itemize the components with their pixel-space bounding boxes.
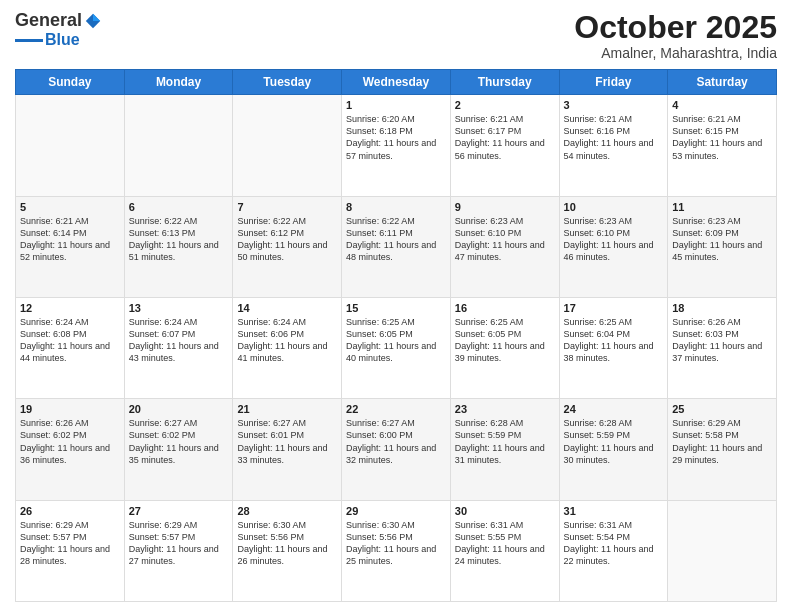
day-cell: 3Sunrise: 6:21 AMSunset: 6:16 PMDaylight…	[559, 95, 668, 196]
day-number: 26	[20, 505, 120, 517]
day-info: Sunrise: 6:27 AMSunset: 6:01 PMDaylight:…	[237, 418, 327, 464]
day-info: Sunrise: 6:25 AMSunset: 6:05 PMDaylight:…	[455, 317, 545, 363]
day-info: Sunrise: 6:23 AMSunset: 6:09 PMDaylight:…	[672, 216, 762, 262]
day-info: Sunrise: 6:21 AMSunset: 6:15 PMDaylight:…	[672, 114, 762, 160]
day-info: Sunrise: 6:24 AMSunset: 6:08 PMDaylight:…	[20, 317, 110, 363]
day-info: Sunrise: 6:31 AMSunset: 5:54 PMDaylight:…	[564, 520, 654, 566]
day-header-monday: Monday	[124, 70, 233, 95]
day-info: Sunrise: 6:30 AMSunset: 5:56 PMDaylight:…	[346, 520, 436, 566]
day-number: 30	[455, 505, 555, 517]
day-cell: 31Sunrise: 6:31 AMSunset: 5:54 PMDayligh…	[559, 500, 668, 601]
day-cell: 30Sunrise: 6:31 AMSunset: 5:55 PMDayligh…	[450, 500, 559, 601]
day-number: 10	[564, 201, 664, 213]
day-number: 2	[455, 99, 555, 111]
day-cell	[233, 95, 342, 196]
day-info: Sunrise: 6:28 AMSunset: 5:59 PMDaylight:…	[455, 418, 545, 464]
day-header-friday: Friday	[559, 70, 668, 95]
week-row-2: 5Sunrise: 6:21 AMSunset: 6:14 PMDaylight…	[16, 196, 777, 297]
day-cell: 8Sunrise: 6:22 AMSunset: 6:11 PMDaylight…	[342, 196, 451, 297]
week-row-5: 26Sunrise: 6:29 AMSunset: 5:57 PMDayligh…	[16, 500, 777, 601]
day-info: Sunrise: 6:29 AMSunset: 5:57 PMDaylight:…	[129, 520, 219, 566]
day-info: Sunrise: 6:22 AMSunset: 6:13 PMDaylight:…	[129, 216, 219, 262]
day-number: 14	[237, 302, 337, 314]
day-info: Sunrise: 6:21 AMSunset: 6:17 PMDaylight:…	[455, 114, 545, 160]
logo-icon	[84, 12, 102, 30]
day-info: Sunrise: 6:29 AMSunset: 5:58 PMDaylight:…	[672, 418, 762, 464]
day-cell: 27Sunrise: 6:29 AMSunset: 5:57 PMDayligh…	[124, 500, 233, 601]
day-number: 31	[564, 505, 664, 517]
day-info: Sunrise: 6:27 AMSunset: 6:00 PMDaylight:…	[346, 418, 436, 464]
day-cell: 2Sunrise: 6:21 AMSunset: 6:17 PMDaylight…	[450, 95, 559, 196]
week-row-4: 19Sunrise: 6:26 AMSunset: 6:02 PMDayligh…	[16, 399, 777, 500]
day-cell: 5Sunrise: 6:21 AMSunset: 6:14 PMDaylight…	[16, 196, 125, 297]
day-number: 17	[564, 302, 664, 314]
day-cell: 6Sunrise: 6:22 AMSunset: 6:13 PMDaylight…	[124, 196, 233, 297]
header: General Blue October 2025 Amalner, Mahar…	[15, 10, 777, 61]
day-info: Sunrise: 6:22 AMSunset: 6:12 PMDaylight:…	[237, 216, 327, 262]
day-cell: 26Sunrise: 6:29 AMSunset: 5:57 PMDayligh…	[16, 500, 125, 601]
day-cell: 25Sunrise: 6:29 AMSunset: 5:58 PMDayligh…	[668, 399, 777, 500]
day-number: 1	[346, 99, 446, 111]
day-number: 5	[20, 201, 120, 213]
calendar-page: General Blue October 2025 Amalner, Mahar…	[0, 0, 792, 612]
day-number: 24	[564, 403, 664, 415]
day-cell: 11Sunrise: 6:23 AMSunset: 6:09 PMDayligh…	[668, 196, 777, 297]
day-cell	[124, 95, 233, 196]
day-cell: 13Sunrise: 6:24 AMSunset: 6:07 PMDayligh…	[124, 297, 233, 398]
day-number: 18	[672, 302, 772, 314]
svg-marker-1	[93, 13, 100, 20]
week-row-1: 1Sunrise: 6:20 AMSunset: 6:18 PMDaylight…	[16, 95, 777, 196]
day-number: 27	[129, 505, 229, 517]
logo-general: General	[15, 10, 82, 31]
header-row: SundayMondayTuesdayWednesdayThursdayFrid…	[16, 70, 777, 95]
day-info: Sunrise: 6:21 AMSunset: 6:16 PMDaylight:…	[564, 114, 654, 160]
title-block: October 2025 Amalner, Maharashtra, India	[574, 10, 777, 61]
day-number: 9	[455, 201, 555, 213]
day-cell: 16Sunrise: 6:25 AMSunset: 6:05 PMDayligh…	[450, 297, 559, 398]
day-number: 23	[455, 403, 555, 415]
day-info: Sunrise: 6:25 AMSunset: 6:04 PMDaylight:…	[564, 317, 654, 363]
day-number: 29	[346, 505, 446, 517]
day-number: 7	[237, 201, 337, 213]
day-cell: 9Sunrise: 6:23 AMSunset: 6:10 PMDaylight…	[450, 196, 559, 297]
month-title: October 2025	[574, 10, 777, 45]
calendar-table: SundayMondayTuesdayWednesdayThursdayFrid…	[15, 69, 777, 602]
day-number: 11	[672, 201, 772, 213]
day-cell: 1Sunrise: 6:20 AMSunset: 6:18 PMDaylight…	[342, 95, 451, 196]
day-cell	[668, 500, 777, 601]
day-info: Sunrise: 6:24 AMSunset: 6:06 PMDaylight:…	[237, 317, 327, 363]
day-number: 21	[237, 403, 337, 415]
day-number: 22	[346, 403, 446, 415]
day-info: Sunrise: 6:28 AMSunset: 5:59 PMDaylight:…	[564, 418, 654, 464]
day-info: Sunrise: 6:27 AMSunset: 6:02 PMDaylight:…	[129, 418, 219, 464]
day-number: 25	[672, 403, 772, 415]
day-cell: 24Sunrise: 6:28 AMSunset: 5:59 PMDayligh…	[559, 399, 668, 500]
day-header-sunday: Sunday	[16, 70, 125, 95]
logo-text: General	[15, 10, 102, 31]
day-cell: 22Sunrise: 6:27 AMSunset: 6:00 PMDayligh…	[342, 399, 451, 500]
day-cell: 28Sunrise: 6:30 AMSunset: 5:56 PMDayligh…	[233, 500, 342, 601]
day-cell: 17Sunrise: 6:25 AMSunset: 6:04 PMDayligh…	[559, 297, 668, 398]
day-cell: 15Sunrise: 6:25 AMSunset: 6:05 PMDayligh…	[342, 297, 451, 398]
day-info: Sunrise: 6:22 AMSunset: 6:11 PMDaylight:…	[346, 216, 436, 262]
day-info: Sunrise: 6:23 AMSunset: 6:10 PMDaylight:…	[455, 216, 545, 262]
day-number: 15	[346, 302, 446, 314]
day-cell: 10Sunrise: 6:23 AMSunset: 6:10 PMDayligh…	[559, 196, 668, 297]
day-number: 12	[20, 302, 120, 314]
day-cell: 4Sunrise: 6:21 AMSunset: 6:15 PMDaylight…	[668, 95, 777, 196]
day-info: Sunrise: 6:24 AMSunset: 6:07 PMDaylight:…	[129, 317, 219, 363]
day-header-saturday: Saturday	[668, 70, 777, 95]
subtitle: Amalner, Maharashtra, India	[574, 45, 777, 61]
day-info: Sunrise: 6:26 AMSunset: 6:02 PMDaylight:…	[20, 418, 110, 464]
day-cell: 14Sunrise: 6:24 AMSunset: 6:06 PMDayligh…	[233, 297, 342, 398]
day-cell: 21Sunrise: 6:27 AMSunset: 6:01 PMDayligh…	[233, 399, 342, 500]
day-number: 16	[455, 302, 555, 314]
day-info: Sunrise: 6:23 AMSunset: 6:10 PMDaylight:…	[564, 216, 654, 262]
day-info: Sunrise: 6:26 AMSunset: 6:03 PMDaylight:…	[672, 317, 762, 363]
day-cell	[16, 95, 125, 196]
day-number: 13	[129, 302, 229, 314]
day-info: Sunrise: 6:20 AMSunset: 6:18 PMDaylight:…	[346, 114, 436, 160]
day-cell: 18Sunrise: 6:26 AMSunset: 6:03 PMDayligh…	[668, 297, 777, 398]
day-cell: 19Sunrise: 6:26 AMSunset: 6:02 PMDayligh…	[16, 399, 125, 500]
day-number: 19	[20, 403, 120, 415]
